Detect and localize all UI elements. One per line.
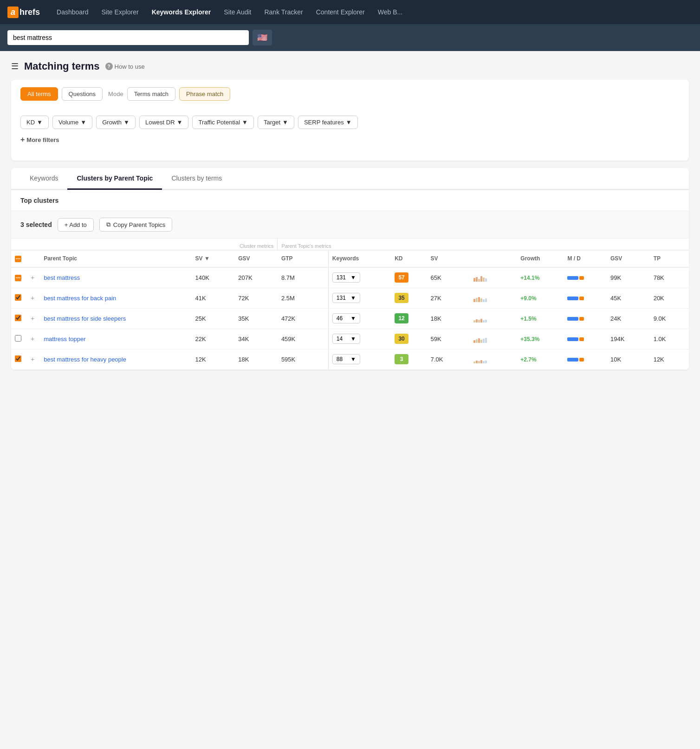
spark-cell bbox=[470, 349, 517, 369]
topic-link[interactable]: best mattress for side sleepers bbox=[44, 315, 126, 322]
keywords-count: 14 bbox=[337, 336, 343, 342]
filter-serp-features[interactable]: SERP features ▼ bbox=[298, 116, 358, 129]
nav-site-explorer[interactable]: Site Explorer bbox=[96, 6, 144, 19]
keywords-count: 46 bbox=[337, 315, 343, 322]
selected-bar: 3 selected + Add to ⧉ Copy Parent Topics bbox=[11, 211, 689, 239]
keywords-dropdown[interactable]: 14 ▼ bbox=[332, 334, 360, 344]
tab-clusters-parent[interactable]: Clusters by Parent Topic bbox=[67, 168, 162, 190]
plus-icon: + bbox=[20, 136, 25, 144]
tab-clusters-terms[interactable]: Clusters by terms bbox=[162, 168, 231, 190]
how-to-use-link[interactable]: ? How to use bbox=[105, 63, 145, 70]
nav-site-audit[interactable]: Site Audit bbox=[218, 6, 257, 19]
spark-cell bbox=[470, 308, 517, 329]
top-clusters-header: Top clusters bbox=[11, 190, 689, 211]
md-cell bbox=[564, 267, 607, 288]
selected-count: 3 selected bbox=[20, 221, 52, 228]
add-row-button[interactable]: + bbox=[29, 355, 36, 364]
checkbox-cell: — bbox=[11, 267, 25, 288]
terms-match-button[interactable]: Terms match bbox=[127, 87, 175, 101]
mode-label: Mode bbox=[108, 90, 123, 97]
col-md: M / D bbox=[564, 250, 607, 267]
keywords-count: 131 bbox=[337, 274, 346, 281]
growth-value: +35.3% bbox=[520, 336, 539, 342]
filter-volume[interactable]: Volume ▼ bbox=[52, 116, 92, 129]
table-row: + best mattress for side sleepers 25K 35… bbox=[11, 308, 689, 329]
target-arrow-icon: ▼ bbox=[282, 119, 288, 126]
keywords-arrow-icon: ▼ bbox=[350, 295, 356, 301]
search-input[interactable] bbox=[7, 30, 249, 45]
tp-cell: 1.0K bbox=[650, 329, 689, 349]
keywords-dropdown[interactable]: 131 ▼ bbox=[332, 272, 360, 283]
gsv2-cell: 194K bbox=[607, 329, 650, 349]
sv2-cell: 27K bbox=[427, 288, 470, 308]
sv-cell: 41K bbox=[192, 288, 235, 308]
filter-target[interactable]: Target ▼ bbox=[258, 116, 294, 129]
filter-traffic-potential-label: Traffic Potential bbox=[198, 119, 240, 126]
us-flag-icon: 🇺🇸 bbox=[257, 32, 267, 43]
nav-rank-tracker[interactable]: Rank Tracker bbox=[259, 6, 308, 19]
filter-growth[interactable]: Growth ▼ bbox=[96, 116, 136, 129]
add-row-button[interactable]: + bbox=[29, 293, 36, 303]
keywords-cell: 14 ▼ bbox=[328, 329, 391, 349]
row-checkbox[interactable] bbox=[15, 335, 21, 342]
filter-section: KD ▼ Volume ▼ Growth ▼ Lowest DR ▼ Traff… bbox=[11, 116, 689, 153]
growth-cell: +9.0% bbox=[517, 288, 564, 308]
topic-link[interactable]: best mattress for back pain bbox=[44, 295, 116, 302]
filter-kd[interactable]: KD ▼ bbox=[20, 116, 49, 129]
add-cell: + bbox=[25, 349, 40, 369]
md-bar bbox=[567, 317, 584, 321]
add-row-button[interactable]: + bbox=[29, 273, 36, 282]
topic-link[interactable]: best mattress for heavy people bbox=[44, 356, 126, 363]
topic-link[interactable]: mattress topper bbox=[44, 336, 85, 342]
gsv2-cell: 10K bbox=[607, 349, 650, 369]
row-checkbox[interactable] bbox=[15, 294, 21, 301]
gtp-cell: 595K bbox=[278, 349, 328, 369]
filter-lowest-dr[interactable]: Lowest DR ▼ bbox=[139, 116, 188, 129]
more-filters-button[interactable]: + More filters bbox=[20, 134, 680, 146]
topic-cell: best mattress for side sleepers bbox=[40, 308, 191, 329]
phrase-match-button[interactable]: Phrase match bbox=[179, 87, 230, 101]
parent-metrics-group: Parent Topic's metrics bbox=[278, 239, 564, 250]
keywords-dropdown[interactable]: 131 ▼ bbox=[332, 293, 360, 303]
row-checkbox[interactable] bbox=[15, 315, 21, 321]
nav-web-b[interactable]: Web B... bbox=[372, 6, 408, 19]
add-row-button[interactable]: + bbox=[29, 334, 36, 343]
copy-parent-topics-button[interactable]: ⧉ Copy Parent Topics bbox=[99, 218, 173, 232]
growth-value: +14.1% bbox=[520, 275, 539, 281]
filter-traffic-potential[interactable]: Traffic Potential ▼ bbox=[192, 116, 253, 129]
kd-arrow-icon: ▼ bbox=[37, 119, 43, 126]
kd-cell: 3 bbox=[391, 349, 427, 369]
menu-icon[interactable]: ☰ bbox=[11, 61, 19, 71]
add-row-button[interactable]: + bbox=[29, 314, 36, 323]
gsv-cell: 207K bbox=[234, 267, 278, 288]
kd-badge: 35 bbox=[395, 293, 408, 303]
flag-button[interactable]: 🇺🇸 bbox=[253, 30, 272, 45]
nav-dashboard[interactable]: Dashboard bbox=[51, 6, 94, 19]
tab-row: Keywords Clusters by Parent Topic Cluste… bbox=[11, 168, 689, 190]
add-to-button[interactable]: + Add to bbox=[58, 218, 94, 232]
row-checkbox[interactable] bbox=[15, 355, 21, 362]
sv-cell: 12K bbox=[192, 349, 235, 369]
keywords-count: 88 bbox=[337, 356, 343, 362]
main-content: ☰ Matching terms ? How to use All terms … bbox=[0, 51, 700, 387]
growth-value: +1.5% bbox=[520, 316, 536, 322]
mode-section: All terms Questions Mode Terms match Phr… bbox=[11, 80, 689, 161]
help-icon: ? bbox=[105, 63, 113, 70]
md-cell bbox=[564, 288, 607, 308]
tab-keywords[interactable]: Keywords bbox=[20, 168, 67, 190]
questions-button[interactable]: Questions bbox=[62, 87, 103, 101]
keywords-dropdown[interactable]: 88 ▼ bbox=[332, 354, 360, 364]
filter-kd-label: KD bbox=[26, 119, 35, 126]
topic-link[interactable]: best mattress bbox=[44, 274, 80, 281]
keywords-dropdown[interactable]: 46 ▼ bbox=[332, 313, 360, 323]
nav-content-explorer[interactable]: Content Explorer bbox=[311, 6, 370, 19]
clusters-table: Cluster metrics Parent Topic's metrics —… bbox=[11, 239, 689, 370]
logo[interactable]: ahrefs bbox=[7, 6, 40, 18]
col-sv[interactable]: SV ▼ bbox=[192, 250, 235, 267]
row-deselect[interactable]: — bbox=[15, 275, 21, 281]
growth-value: +2.7% bbox=[520, 356, 536, 363]
select-all-checkbox[interactable]: — bbox=[15, 256, 21, 262]
nav-keywords-explorer[interactable]: Keywords Explorer bbox=[146, 6, 217, 19]
all-terms-button[interactable]: All terms bbox=[20, 87, 58, 101]
growth-cell: +14.1% bbox=[517, 267, 564, 288]
